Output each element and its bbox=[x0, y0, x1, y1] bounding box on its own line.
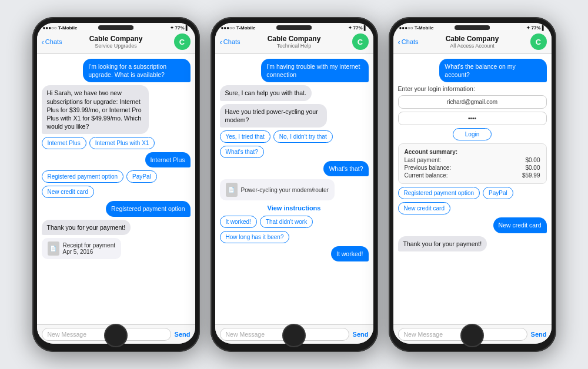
file-label: Power-cycling your modem/router bbox=[241, 187, 329, 193]
nav-back-label[interactable]: Chats bbox=[45, 38, 62, 45]
nav-title: Cable Company bbox=[268, 35, 321, 43]
quick-reply-row: Yes, I tried thatNo, I didn't try that bbox=[220, 130, 333, 143]
nav-back-label[interactable]: Chats bbox=[223, 38, 240, 45]
quick-reply-button[interactable]: New credit card bbox=[398, 202, 450, 214]
login-field[interactable]: richard@gmail.com bbox=[398, 95, 547, 109]
outgoing-bubble: Internet Plus bbox=[145, 152, 191, 167]
quick-reply-button[interactable]: What's that? bbox=[220, 146, 264, 158]
chat-area: I'm looking for a subscription upgrade. … bbox=[37, 54, 195, 324]
account-value: $0.00 bbox=[525, 157, 540, 163]
send-button[interactable]: Send bbox=[531, 331, 547, 338]
nav-subtitle: Technical Help bbox=[268, 43, 321, 49]
nav-title: Cable Company bbox=[89, 35, 143, 43]
status-icons: ✦ 77% ▌ bbox=[348, 25, 368, 31]
phone-1: ●●●○○ T-Mobile 8:22 AM ✦ 77% ▌ ‹ Chats C… bbox=[32, 17, 200, 352]
quick-reply-button[interactable]: No, I didn't try that bbox=[273, 130, 333, 143]
quick-reply-row: Registered payment optionPayPalNew credi… bbox=[398, 187, 547, 214]
quick-reply-row: How long has it been? bbox=[220, 231, 290, 243]
account-label: Previous balance: bbox=[405, 165, 452, 171]
chevron-left-icon: ‹ bbox=[220, 38, 222, 46]
send-button[interactable]: Send bbox=[353, 331, 369, 338]
file-attachment[interactable]: 📄 Receipt for payment Apr 5, 2016 bbox=[42, 238, 122, 259]
message-input[interactable]: New Message bbox=[220, 328, 349, 341]
incoming-bubble: Thank you for your payment! bbox=[42, 220, 131, 235]
send-button[interactable]: Send bbox=[175, 331, 191, 338]
bluetooth-icon: ✦ bbox=[526, 25, 530, 31]
phone-2: ●●●○○ T-Mobile 8:22 AM ✦ 77% ▌ ‹ Chats C… bbox=[211, 17, 378, 352]
quick-reply-row: It worked!That didn't work bbox=[220, 216, 313, 228]
account-summary-box: Account summary:Last payment:$0.00Previo… bbox=[398, 143, 547, 184]
quick-reply-button[interactable]: Registered payment option bbox=[42, 170, 124, 183]
phone-3: ●●●○○ T-Mobile 8:22 AM ✦ 77% ▌ ‹ Chats C… bbox=[389, 17, 556, 352]
status-carrier: ●●●○○ T-Mobile bbox=[43, 25, 78, 31]
input-bar: New Message Send bbox=[393, 324, 552, 344]
quick-reply-button[interactable]: Registered payment option bbox=[398, 187, 480, 199]
outgoing-bubble: What's that? bbox=[323, 161, 368, 176]
quick-reply-button[interactable]: It worked! bbox=[220, 216, 257, 228]
chevron-left-icon: ‹ bbox=[398, 38, 400, 46]
nav-bar: ‹ Chats Cable Company All Access Account… bbox=[393, 31, 552, 54]
quick-reply-row: Registered payment optionPayPalNew credi… bbox=[42, 170, 191, 198]
incoming-bubble: Hi Sarah, we have two new subscriptions … bbox=[42, 85, 149, 134]
nav-bar: ‹ Chats Cable Company Service Upgrades C bbox=[37, 31, 195, 54]
file-icon: 📄 bbox=[226, 183, 238, 197]
quick-reply-row: Internet PlusInternet Plus with X1 bbox=[42, 137, 155, 149]
status-bar: ●●●○○ T-Mobile 8:22 AM ✦ 77% ▌ bbox=[215, 23, 373, 31]
file-icon: 📄 bbox=[48, 241, 59, 256]
outgoing-bubble: It worked! bbox=[331, 246, 369, 261]
quick-reply-row: What's that? bbox=[220, 146, 264, 158]
bluetooth-icon: ✦ bbox=[348, 25, 352, 31]
nav-avatar[interactable]: C bbox=[352, 33, 369, 50]
bluetooth-icon: ✦ bbox=[170, 25, 174, 31]
status-time: 8:22 AM bbox=[470, 25, 490, 31]
nav-subtitle: All Access Account bbox=[446, 43, 499, 49]
account-label: Current balance: bbox=[405, 172, 448, 179]
quick-reply-button[interactable]: PayPal bbox=[126, 170, 157, 183]
file-label: Receipt for payment Apr 5, 2016 bbox=[63, 242, 116, 255]
quick-reply-button[interactable]: New credit card bbox=[42, 186, 94, 198]
account-value: $0.00 bbox=[525, 165, 540, 171]
incoming-bubble: Have you tried power-cycling your modem? bbox=[220, 104, 327, 128]
nav-avatar[interactable]: C bbox=[174, 33, 191, 50]
quick-reply-button[interactable]: How long has it been? bbox=[220, 231, 290, 243]
nav-subtitle: Service Upgrades bbox=[89, 43, 143, 49]
status-bar: ●●●○○ T-Mobile 8:22 AM ✦ 77% ▌ bbox=[393, 23, 552, 31]
quick-reply-button[interactable]: Yes, I tried that bbox=[220, 130, 270, 143]
chevron-left-icon: ‹ bbox=[42, 38, 44, 46]
login-field[interactable]: •••• bbox=[398, 112, 547, 125]
message-input[interactable]: New Message bbox=[42, 328, 171, 341]
quick-reply-button[interactable]: PayPal bbox=[483, 187, 513, 199]
account-label: Last payment: bbox=[405, 157, 442, 163]
status-time: 8:22 AM bbox=[113, 25, 133, 31]
input-bar: New Message Send bbox=[37, 324, 195, 344]
view-link[interactable]: View instructions bbox=[268, 203, 321, 213]
input-bar: New Message Send bbox=[215, 324, 373, 344]
outgoing-bubble: I'm looking for a subscription upgrade. … bbox=[83, 59, 190, 82]
status-icons: ✦ 77% ▌ bbox=[170, 25, 189, 31]
login-button[interactable]: Login bbox=[453, 128, 492, 140]
nav-back-label[interactable]: Chats bbox=[402, 38, 419, 45]
file-attachment[interactable]: 📄 Power-cycling your modem/router bbox=[220, 179, 335, 200]
chat-area: What's the balance on my account?Enter y… bbox=[393, 54, 552, 324]
outgoing-bubble: I'm having trouble with my internet conn… bbox=[261, 59, 368, 82]
battery-icon: 77% ▌ bbox=[532, 25, 546, 31]
status-carrier: ●●●○○ T-Mobile bbox=[399, 25, 434, 31]
nav-bar: ‹ Chats Cable Company Technical Help C bbox=[215, 31, 373, 54]
battery-icon: 77% ▌ bbox=[353, 25, 368, 31]
login-label: Enter your login information: bbox=[398, 85, 475, 92]
status-time: 8:22 AM bbox=[292, 25, 312, 31]
nav-title-area: Cable Company All Access Account bbox=[446, 35, 499, 49]
nav-avatar[interactable]: C bbox=[530, 33, 547, 50]
nav-title: Cable Company bbox=[446, 35, 499, 43]
quick-reply-button[interactable]: Internet Plus with X1 bbox=[89, 137, 155, 149]
quick-reply-button[interactable]: That didn't work bbox=[260, 216, 313, 228]
status-bar: ●●●○○ T-Mobile 8:22 AM ✦ 77% ▌ bbox=[37, 23, 195, 31]
incoming-bubble: Thank you for your payment! bbox=[398, 236, 487, 251]
message-input[interactable]: New Message bbox=[398, 328, 527, 341]
incoming-bubble: Sure, I can help you with that. bbox=[220, 85, 312, 100]
quick-reply-button[interactable]: Internet Plus bbox=[42, 137, 86, 149]
battery-icon: 77% ▌ bbox=[175, 25, 189, 31]
outgoing-bubble: What's the balance on my account? bbox=[439, 59, 546, 82]
account-title: Account summary: bbox=[405, 149, 540, 155]
nav-title-area: Cable Company Technical Help bbox=[268, 35, 321, 49]
